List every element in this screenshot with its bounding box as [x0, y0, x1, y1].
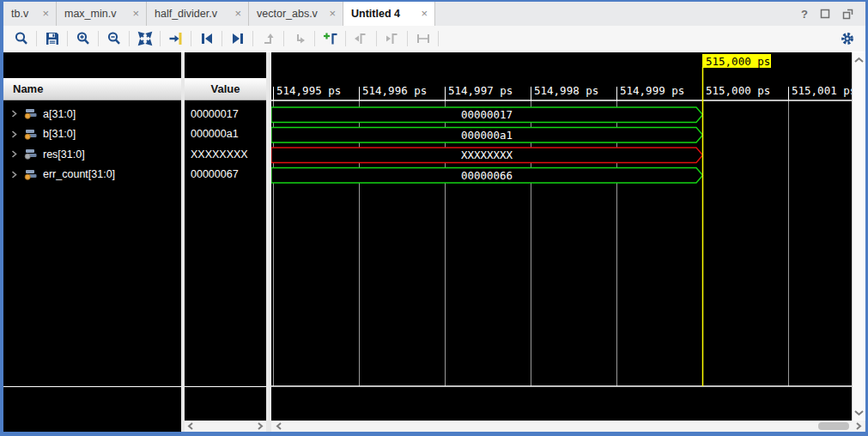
zoom-fit-icon: [137, 31, 153, 46]
signal-name: err_count[31:0]: [43, 168, 115, 180]
close-icon[interactable]: ×: [132, 2, 139, 26]
signal-row-err-count[interactable]: err_count[31:0]: [3, 165, 181, 185]
move-down-button[interactable]: [287, 27, 312, 50]
value-column-header[interactable]: Value: [185, 78, 266, 100]
window-controls: ?: [801, 2, 853, 26]
signal-name: a[31:0]: [43, 108, 76, 120]
signal-name: res[31:0]: [43, 148, 85, 160]
zoom-in-icon: [76, 31, 91, 46]
wave-toolbar: [3, 26, 865, 51]
wave-vscrollbar[interactable]: [852, 52, 865, 421]
gridlines: [274, 100, 789, 386]
value-text: 00000067: [191, 168, 239, 180]
swap-cursors-button[interactable]: [410, 27, 435, 50]
next-transition-button[interactable]: [225, 27, 250, 50]
tick-label: 514,996 ps: [362, 84, 427, 97]
name-column-header[interactable]: Name: [3, 78, 181, 100]
close-icon[interactable]: ×: [421, 2, 428, 26]
add-marker-button[interactable]: [318, 27, 343, 50]
bus-value-labels: 00000017 000000a1 XXXXXXXX 00000066: [461, 108, 513, 182]
tick-label: 515,000 ps: [706, 84, 770, 97]
value-text: 000000a1: [191, 128, 239, 140]
tab-label: max_min.v: [64, 2, 116, 26]
tab-max-min-v[interactable]: max_min.v ×: [57, 2, 147, 26]
next-marker-button[interactable]: [379, 27, 404, 50]
swap-cursors-icon: [416, 31, 431, 46]
save-wave-config-button[interactable]: [39, 27, 64, 50]
move-up-icon: [261, 31, 276, 46]
previous-transition-button[interactable]: [194, 27, 219, 50]
close-icon[interactable]: ×: [234, 2, 241, 26]
previous-transition-icon: [199, 31, 215, 46]
window-border-bottom: [0, 433, 868, 436]
time-tick-labels: 514,995 ps 514,996 ps 514,997 ps 514,998…: [276, 84, 852, 97]
signal-row-b[interactable]: b[31:0]: [3, 124, 181, 144]
tick-label: 514,999 ps: [620, 84, 684, 97]
panel-bottom-line: [185, 386, 266, 387]
close-icon[interactable]: ×: [329, 2, 336, 26]
tab-tb-v[interactable]: tb.v ×: [3, 2, 57, 26]
tab-label: vector_abs.v: [257, 2, 318, 26]
value-text: XXXXXXXX: [191, 148, 248, 160]
signal-value[interactable]: 00000017: [185, 104, 266, 124]
tab-label: tb.v: [11, 2, 28, 26]
waveform-canvas[interactable]: 514,995 ps 514,996 ps 514,997 ps 514,998…: [271, 52, 852, 432]
previous-marker-icon: [354, 31, 369, 46]
bus-value: XXXXXXXX: [461, 148, 513, 161]
tick-label: 515,001 ps: [792, 84, 852, 97]
move-up-button[interactable]: [256, 27, 281, 50]
hscroll-thumb[interactable]: [818, 422, 849, 430]
zoom-out-button[interactable]: [101, 27, 126, 50]
scroll-left-icon[interactable]: [187, 422, 194, 430]
settings-button[interactable]: [837, 28, 858, 49]
search-icon: [14, 31, 29, 46]
window-border-top: [0, 0, 868, 2]
zoom-fit-button[interactable]: [132, 27, 157, 50]
signal-row-a[interactable]: a[31:0]: [3, 104, 181, 124]
zoom-in-button[interactable]: [70, 27, 95, 50]
bus-value: 00000066: [461, 169, 513, 182]
cursor-label: 515,000 ps: [706, 55, 770, 68]
go-to-cursor-button[interactable]: [163, 27, 188, 50]
expand-icon[interactable]: [10, 171, 18, 179]
bus-value: 00000017: [461, 108, 513, 121]
tick-label: 514,997 ps: [448, 84, 513, 97]
add-marker-icon: [323, 31, 338, 46]
expand-icon[interactable]: [10, 130, 18, 138]
maximize-icon[interactable]: [820, 9, 830, 19]
signal-row-res[interactable]: res[31:0]: [3, 144, 181, 164]
float-icon[interactable]: [842, 9, 853, 20]
scroll-down-icon[interactable]: [854, 409, 864, 416]
expand-icon[interactable]: [10, 150, 18, 158]
gear-icon: [840, 31, 855, 46]
tab-untitled-4[interactable]: Untitled 4 ×: [343, 2, 435, 26]
signal-value-panel: Value 00000017 000000a1 XXXXXXXX 0000006…: [185, 52, 266, 421]
close-icon[interactable]: ×: [42, 2, 49, 26]
waveform-svg: 514,995 ps 514,996 ps 514,997 ps 514,998…: [271, 52, 852, 432]
expand-icon[interactable]: [10, 110, 18, 118]
next-marker-icon: [385, 31, 400, 46]
tab-vector-abs-v[interactable]: vector_abs.v ×: [249, 2, 343, 26]
tab-label: Untitled 4: [351, 2, 400, 26]
scroll-left-icon[interactable]: [276, 422, 282, 430]
scroll-right-icon[interactable]: [257, 422, 264, 430]
signal-value[interactable]: 00000067: [185, 165, 266, 185]
value-panel-hscrollbar[interactable]: [185, 421, 266, 432]
scroll-up-icon[interactable]: [854, 57, 864, 64]
bus-signal-icon: [24, 148, 37, 160]
wave-hscrollbar[interactable]: [271, 421, 865, 432]
tick-label: 514,998 ps: [534, 84, 598, 97]
previous-marker-button[interactable]: [349, 27, 373, 50]
scroll-right-icon[interactable]: [855, 422, 862, 430]
panel-bottom-line: [3, 386, 181, 387]
signal-value[interactable]: XXXXXXXX: [185, 144, 266, 164]
tab-bar: tb.v × max_min.v × half_divider.v × vect…: [3, 2, 865, 27]
tab-label: half_divider.v: [155, 2, 217, 26]
next-transition-icon: [230, 31, 246, 46]
signal-value[interactable]: 000000a1: [185, 124, 266, 144]
save-icon: [45, 31, 60, 46]
help-icon[interactable]: ?: [801, 8, 808, 21]
bus-value: 000000a1: [461, 129, 513, 142]
tab-half-divider-v[interactable]: half_divider.v ×: [147, 2, 249, 26]
find-button[interactable]: [9, 27, 33, 50]
